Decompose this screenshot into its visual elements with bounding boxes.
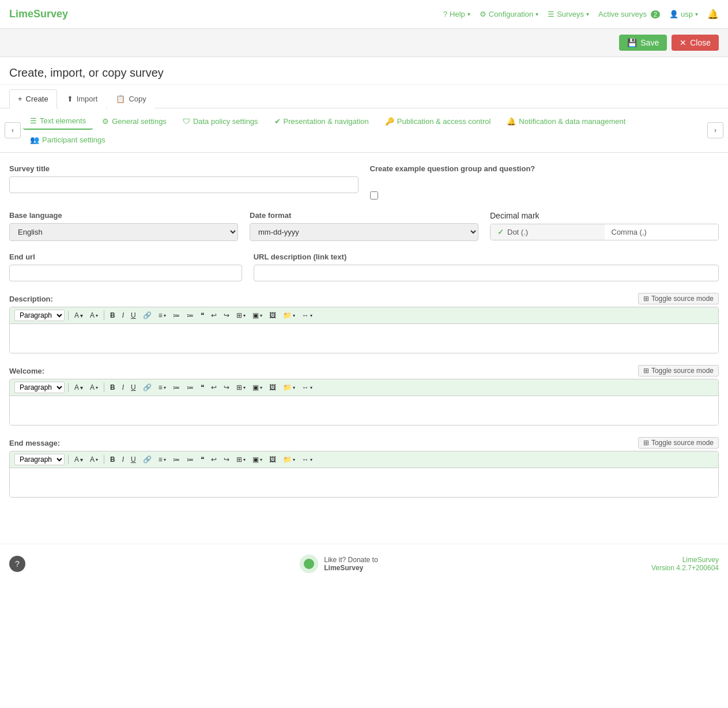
welcome-image-button[interactable]: 🖼 (267, 382, 278, 393)
url-description-input[interactable] (254, 265, 719, 281)
description-file-button[interactable]: 📁▾ (281, 310, 297, 321)
end-message-font-color-button[interactable]: A▾ (88, 454, 100, 465)
settings-tab-participant[interactable]: 👥 Participant settings (23, 132, 112, 148)
end-message-ordered-list-button[interactable]: ≔ (184, 454, 196, 465)
welcome-file-button[interactable]: 📁▾ (281, 382, 297, 393)
survey-title-group: Survey title (9, 164, 359, 199)
end-message-quote-button[interactable]: ❝ (198, 454, 206, 465)
welcome-font-size-button[interactable]: A▾ (72, 382, 85, 393)
end-message-align-button[interactable]: ≡▾ (156, 454, 168, 465)
settings-tab-presentation[interactable]: ✔ Presentation & navigation (267, 114, 376, 129)
end-message-image-button[interactable]: 🖼 (267, 454, 278, 465)
end-message-table-button[interactable]: ⊞▾ (234, 454, 248, 465)
end-message-toggle-source-button[interactable]: ⊞ Toggle source mode (638, 437, 719, 449)
description-image-button[interactable]: 🖼 (267, 310, 278, 321)
settings-tabs-next-button[interactable]: › (707, 122, 723, 138)
description-underline-button[interactable]: U (129, 310, 138, 321)
description-editor-body[interactable] (10, 324, 718, 353)
welcome-ordered-list-button[interactable]: ≔ (184, 382, 196, 393)
surveys-caret-icon: ▾ (586, 11, 589, 17)
notifications-icon[interactable]: 🔔 (707, 9, 719, 20)
description-table-button[interactable]: ⊞▾ (234, 310, 248, 321)
description-ordered-list-button[interactable]: ≔ (184, 310, 196, 321)
settings-tab-notification[interactable]: 🔔 Notification & data management (500, 114, 632, 129)
settings-tabs-container: ‹ ☰ Text elements ⚙ General settings 🛡 D… (0, 108, 728, 153)
settings-tab-general-settings[interactable]: ⚙ General settings (95, 114, 173, 129)
date-format-select[interactable]: mm-dd-yyyy (250, 223, 478, 241)
example-question-checkbox[interactable] (370, 191, 378, 199)
configuration-nav[interactable]: ⚙ Configuration ▾ (480, 10, 538, 18)
welcome-undo-button[interactable]: ↩ (209, 382, 219, 393)
welcome-italic-button[interactable]: I (120, 382, 126, 393)
brand-link[interactable]: LimeSurvey (9, 8, 68, 20)
end-message-italic-button[interactable]: I (120, 454, 126, 465)
welcome-align-button[interactable]: ≡▾ (156, 382, 168, 393)
description-paragraph-select[interactable]: Paragraph (14, 310, 65, 321)
description-bold-button[interactable]: B (108, 310, 118, 321)
svg-point-1 (304, 559, 314, 569)
base-language-select[interactable]: English (9, 223, 238, 241)
decimal-dot-option[interactable]: ✓ Dot (.) (491, 224, 605, 240)
welcome-extra-button[interactable]: ↔▾ (300, 382, 315, 393)
end-message-font-size-button[interactable]: A▾ (72, 454, 85, 465)
toolbar-sep-1 (68, 311, 69, 320)
description-undo-button[interactable]: ↩ (209, 310, 219, 321)
welcome-table-button[interactable]: ⊞▾ (234, 382, 248, 393)
description-redo-button[interactable]: ↪ (221, 310, 232, 321)
welcome-paragraph-select[interactable]: Paragraph (14, 382, 65, 393)
tab-copy[interactable]: 📋 Copy (107, 89, 154, 108)
welcome-quote-button[interactable]: ❝ (198, 382, 206, 393)
end-url-input[interactable] (9, 265, 242, 281)
survey-title-input[interactable] (9, 176, 359, 193)
description-quote-button[interactable]: ❝ (198, 310, 206, 321)
welcome-bold-button[interactable]: B (108, 382, 118, 393)
help-circle-button[interactable]: ? (9, 556, 25, 572)
end-message-extra-button[interactable]: ↔▾ (300, 454, 315, 465)
end-message-link-button[interactable]: 🔗 (141, 454, 154, 465)
settings-tab-text-elements[interactable]: ☰ Text elements (23, 113, 93, 130)
tab-create[interactable]: + Create (9, 89, 57, 108)
welcome-redo-button[interactable]: ↪ (221, 382, 232, 393)
user-caret-icon: ▾ (695, 11, 698, 17)
welcome-underline-button[interactable]: U (129, 382, 138, 393)
end-message-underline-button[interactable]: U (129, 454, 138, 465)
decimal-comma-option[interactable]: Comma (,) (605, 224, 719, 240)
close-button[interactable]: ✕ Close (672, 35, 719, 51)
welcome-unordered-list-button[interactable]: ≔ (171, 382, 182, 393)
description-font-color-button[interactable]: A▾ (88, 310, 100, 321)
tab-import[interactable]: ⬆ Import (58, 89, 107, 108)
welcome-media-button[interactable]: ▣▾ (250, 382, 265, 393)
welcome-toggle-source-button[interactable]: ⊞ Toggle source mode (638, 365, 719, 376)
decimal-mark-group: Decimal mark ✓ Dot (.) Comma (,) (490, 211, 719, 241)
description-toggle-source-button[interactable]: ⊞ Toggle source mode (638, 293, 719, 304)
welcome-font-color-button[interactable]: A▾ (88, 382, 100, 393)
end-message-paragraph-select[interactable]: Paragraph (14, 454, 65, 465)
end-message-file-button[interactable]: 📁▾ (281, 454, 297, 465)
user-nav[interactable]: 👤 usp ▾ (669, 10, 698, 18)
settings-tab-publication[interactable]: 🔑 Publication & access control (378, 114, 498, 129)
toolbar-sep-2 (104, 311, 104, 320)
surveys-nav[interactable]: ☰ Surveys ▾ (548, 10, 589, 18)
end-message-media-button[interactable]: ▣▾ (250, 454, 265, 465)
help-nav[interactable]: ? Help ▾ (443, 10, 470, 18)
settings-tabs-prev-button[interactable]: ‹ (5, 122, 21, 138)
description-unordered-list-button[interactable]: ≔ (171, 310, 182, 321)
end-message-redo-button[interactable]: ↪ (221, 454, 232, 465)
description-italic-button[interactable]: I (120, 310, 126, 321)
end-message-bold-button[interactable]: B (108, 454, 118, 465)
active-surveys-nav[interactable]: Active surveys 2 (598, 10, 660, 18)
end-message-unordered-list-button[interactable]: ≔ (171, 454, 182, 465)
description-align-button[interactable]: ≡▾ (156, 310, 168, 321)
welcome-link-button[interactable]: 🔗 (141, 382, 154, 393)
welcome-editor-body[interactable] (10, 396, 718, 425)
presentation-icon: ✔ (274, 117, 281, 126)
description-link-button[interactable]: 🔗 (141, 310, 154, 321)
description-font-size-button[interactable]: A▾ (72, 310, 85, 321)
description-editor-toolbar: Paragraph A▾ A▾ B I U 🔗 ≡▾ ≔ ≔ ❝ ↩ ↪ ⊞▾ … (10, 307, 718, 324)
settings-tab-data-policy[interactable]: 🛡 Data policy settings (176, 114, 265, 129)
description-extra-button[interactable]: ↔▾ (300, 310, 315, 321)
save-button[interactable]: 💾 Save (619, 35, 667, 51)
end-message-undo-button[interactable]: ↩ (209, 454, 219, 465)
description-media-button[interactable]: ▣▾ (250, 310, 265, 321)
end-message-editor-body[interactable] (10, 468, 718, 497)
